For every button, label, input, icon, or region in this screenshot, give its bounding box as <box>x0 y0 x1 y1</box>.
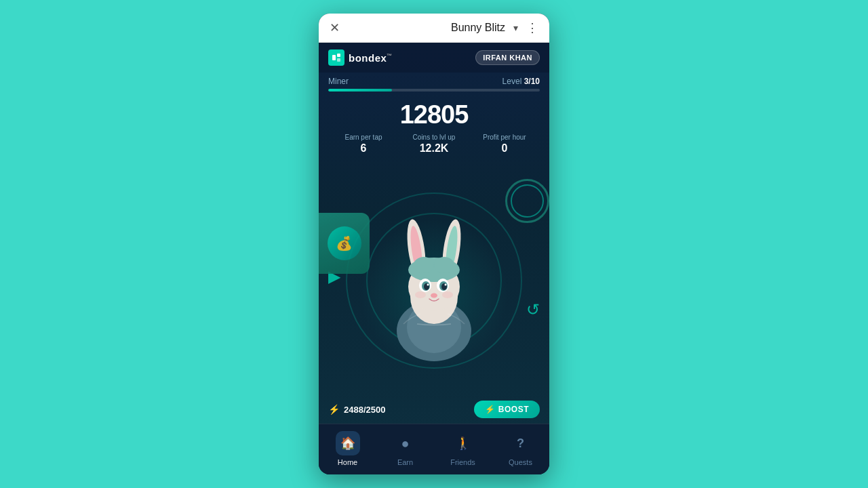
miner-label: Miner <box>328 77 349 86</box>
earn-nav-label: Earn <box>397 458 413 466</box>
nav-icon-friends-wrapper: 🚶 <box>451 431 475 455</box>
logo-icon <box>328 49 344 66</box>
friends-icon: 🚶 <box>456 436 471 451</box>
home-nav-label: Home <box>338 458 357 466</box>
nav-icon-quests-wrapper: ? <box>509 431 533 455</box>
svg-rect-0 <box>332 55 336 60</box>
earn-per-tap-stat: Earn per tap 6 <box>328 134 399 155</box>
coins-to-lvl-value: 12.2K <box>420 142 449 154</box>
nav-item-friends[interactable]: 🚶 Friends <box>434 428 492 469</box>
svg-point-21 <box>445 284 447 286</box>
user-badge: IRFAN KHAN <box>475 50 540 65</box>
boost-lightning-icon: ⚡ <box>485 405 496 414</box>
quests-nav-label: Quests <box>509 458 532 466</box>
energy-icon: ⚡ <box>328 404 340 415</box>
nav-icon-home-wrapper: 🏠 <box>336 431 360 455</box>
energy-value: 2488/2500 <box>344 405 385 415</box>
svg-point-12 <box>414 257 434 273</box>
progress-bar-background <box>328 89 540 92</box>
boost-button[interactable]: ⚡ BOOST <box>474 401 540 418</box>
level-section: Miner Level 3/10 <box>319 73 549 96</box>
game-middle: 💰 ▶ ↺ <box>319 159 549 395</box>
bottom-navigation: 🏠 Home ● Earn 🚶 Friends ? Qu <box>319 424 549 474</box>
nav-icon-earn-wrapper: ● <box>393 431 418 455</box>
arrow-right-icon: ↺ <box>526 300 540 319</box>
level-row: Miner Level 3/10 <box>328 77 540 86</box>
energy-display: ⚡ 2488/2500 <box>328 404 385 415</box>
nav-item-earn[interactable]: ● Earn <box>376 428 434 469</box>
left-decoration: 💰 <box>319 213 370 274</box>
earn-icon: ● <box>401 436 409 451</box>
svg-point-24 <box>442 291 453 298</box>
inner-ring-decoration <box>511 184 544 218</box>
energy-bar-section: ⚡ 2488/2500 ⚡ BOOST <box>319 395 549 424</box>
more-options-icon[interactable]: ⋮ <box>526 20 538 35</box>
boost-label: BOOST <box>498 405 529 414</box>
nav-item-quests[interactable]: ? Quests <box>492 428 549 469</box>
close-button[interactable]: ✕ <box>330 20 340 35</box>
profit-per-hour-value: 0 <box>502 142 508 154</box>
app-content: bondex™ IRFAN KHAN Miner Level 3/10 1280… <box>319 43 549 474</box>
svg-point-13 <box>434 257 454 273</box>
profit-per-hour-stat: Profit per hour 0 <box>469 134 540 155</box>
phone-frame: ✕ Bunny Blitz ▾ ⋮ bondex™ <box>319 14 549 474</box>
coins-to-lvl-label: Coins to lvl up <box>399 134 469 141</box>
level-label: Level 3/10 <box>502 77 540 86</box>
browser-title-bar: ✕ Bunny Blitz ▾ ⋮ <box>319 14 549 43</box>
home-icon: 🏠 <box>340 436 355 451</box>
coin-decoration: 💰 <box>328 226 361 260</box>
app-header: bondex™ IRFAN KHAN <box>319 43 549 73</box>
profit-per-hour-label: Profit per hour <box>469 134 540 141</box>
svg-point-22 <box>431 293 437 298</box>
progress-bar-fill <box>328 89 392 92</box>
earn-per-tap-value: 6 <box>361 142 367 154</box>
stats-row: Earn per tap 6 Coins to lvl up 12.2K Pro… <box>319 129 549 159</box>
quests-icon: ? <box>517 436 524 451</box>
svg-point-20 <box>427 284 429 286</box>
bondex-logo: bondex™ <box>328 49 393 66</box>
dropdown-icon[interactable]: ▾ <box>513 22 518 33</box>
svg-rect-1 <box>337 54 340 57</box>
game-area: 12805 Earn per tap 6 Coins to lvl up 12.… <box>319 96 549 395</box>
browser-title: Bunny Blitz <box>451 22 505 34</box>
earn-per-tap-label: Earn per tap <box>328 134 399 141</box>
coin-count: 12805 <box>400 100 469 129</box>
bunny-character[interactable] <box>366 205 502 361</box>
browser-controls: Bunny Blitz ▾ ⋮ <box>451 20 538 35</box>
svg-rect-2 <box>337 58 340 62</box>
svg-point-23 <box>415 291 426 298</box>
logo-text: bondex™ <box>349 52 393 64</box>
coins-to-lvl-stat: Coins to lvl up 12.2K <box>399 134 469 155</box>
friends-nav-label: Friends <box>450 458 475 466</box>
coin-display: 12805 <box>400 101 469 129</box>
nav-item-home[interactable]: 🏠 Home <box>319 428 376 469</box>
